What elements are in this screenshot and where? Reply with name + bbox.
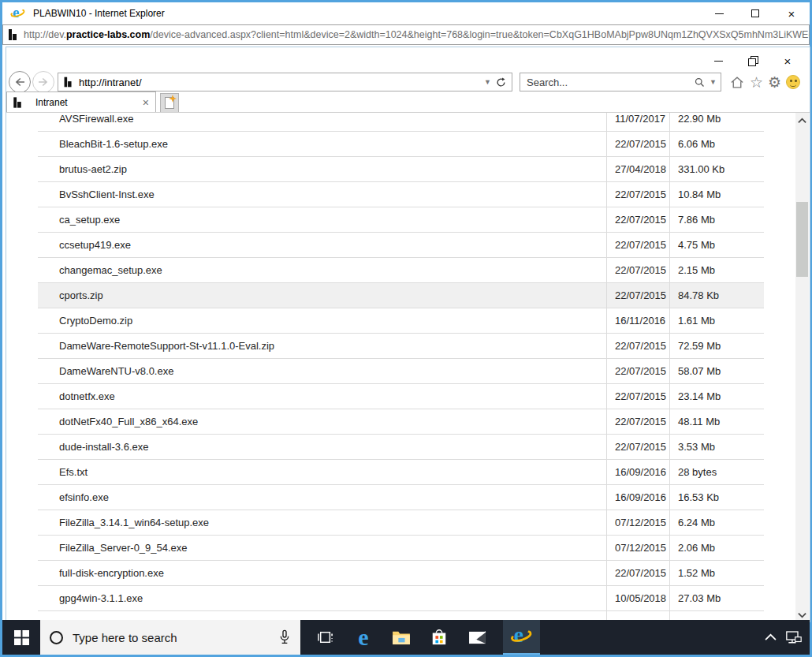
file-name-link[interactable]: CryptoDemo.zip (38, 308, 606, 333)
table-row[interactable]: ccsetup419.exe22/07/20154.75 Mb (38, 233, 764, 258)
file-name-link[interactable]: Efs.txt (38, 460, 606, 484)
tab-close-icon[interactable]: × (143, 97, 149, 108)
search-icon[interactable] (694, 77, 706, 88)
table-row[interactable]: brutus-aet2.zip27/04/2018331.00 Kb (38, 157, 764, 182)
start-button[interactable] (2, 620, 40, 655)
microphone-icon[interactable] (278, 629, 291, 645)
table-row[interactable]: dude-install-3.6.exe22/07/20153.53 Mb (38, 435, 764, 460)
file-name-link[interactable]: cports.zip (38, 283, 606, 308)
scroll-up-button[interactable] (795, 114, 809, 127)
file-name-link[interactable]: DameWare-RemoteSupport-St-v11.1.0-Eval.z… (38, 334, 606, 358)
scrollbar-thumb[interactable] (796, 202, 808, 277)
table-row[interactable]: cports.zip22/07/201584.78 Kb (38, 283, 764, 308)
file-date: 22/07/2015 (606, 435, 669, 459)
search-placeholder: Search... (527, 77, 694, 88)
file-name-link[interactable]: efsinfo.exe (38, 485, 606, 510)
file-date: 22/07/2015 (606, 258, 669, 282)
new-tab-icon (165, 97, 174, 109)
internet-explorer-taskbar-button[interactable]: e (503, 620, 540, 655)
tab-label: Intranet (35, 97, 143, 108)
new-tab-button[interactable] (160, 93, 179, 112)
table-row[interactable]: DameWareNTU-v8.0.exe22/07/201558.07 Mb (38, 359, 764, 384)
refresh-icon[interactable] (495, 77, 507, 88)
file-name-link[interactable]: AVSFirewall.exe (38, 113, 606, 131)
file-size: 1.52 Mb (669, 561, 764, 585)
file-name-link[interactable]: dotNetFx40_Full_x86_x64.exe (38, 409, 606, 434)
minimize-button[interactable] (701, 2, 737, 24)
table-row[interactable]: BleachBit-1.6-setup.exe22/07/20156.06 Mb (38, 132, 764, 157)
file-name-link[interactable]: brutus-aet2.zip (38, 157, 606, 181)
file-name-link[interactable]: ca_setup.exe (38, 207, 606, 232)
tab-intranet[interactable]: Intranet × (6, 91, 156, 112)
file-name-link[interactable]: DameWareNTU-v8.0.exe (38, 359, 606, 383)
file-name-link[interactable]: dude-install-3.6.exe (38, 435, 606, 459)
inner-restore-button[interactable] (736, 50, 770, 71)
store-button[interactable] (420, 620, 458, 655)
table-row[interactable]: FileZilla_3.14.1_win64-setup.exe07/12/20… (38, 510, 764, 536)
file-name-link[interactable]: BvSshClient-Inst.exe (38, 182, 606, 207)
table-row[interactable]: changemac_setup.exe22/07/20152.15 Mb (38, 258, 764, 283)
table-row[interactable]: FileZilla_Server-0_9_54.exe07/12/20152.0… (38, 536, 764, 561)
file-size: 2.06 Mb (669, 536, 764, 560)
file-size: 72.59 Mb (669, 334, 764, 358)
table-row[interactable]: dotNetFx40_Full_x86_x64.exe22/07/201548.… (38, 409, 764, 435)
forward-button[interactable] (32, 71, 54, 93)
navigation-bar: http://intranet/ ▼ Search... ▼ ☆ ⚙ (6, 71, 810, 93)
tab-bar: Intranet × (6, 92, 810, 113)
table-row[interactable]: Efs.txt16/09/201628 bytes (38, 460, 764, 485)
inner-minimize-button[interactable] (701, 50, 736, 71)
favorites-star-icon[interactable]: ☆ (750, 75, 763, 90)
task-view-button[interactable] (307, 620, 345, 655)
home-icon[interactable] (729, 75, 745, 90)
url-domain: practice-labs.com (66, 29, 150, 40)
file-name-link[interactable]: BleachBit-1.6-setup.exe (38, 132, 606, 156)
settings-gear-icon[interactable]: ⚙ (768, 75, 781, 90)
file-name-link[interactable]: FileZilla_3.14.1_win64-setup.exe (38, 510, 606, 535)
taskbar: Type here to search e (2, 620, 810, 655)
file-date: 16/09/2016 (606, 460, 669, 484)
address-url: http://intranet/ (79, 77, 480, 88)
file-date: 22/07/2015 (606, 384, 669, 409)
table-row[interactable]: efsinfo.exe16/09/201616.53 Kb (38, 485, 764, 510)
file-name-link[interactable]: changemac_setup.exe (38, 258, 606, 282)
vertical-scrollbar[interactable] (795, 113, 809, 622)
file-name-link[interactable]: FileZilla_Server-0_9_54.exe (38, 536, 606, 560)
table-row[interactable]: full-disk-encryption.exe22/07/20151.52 M… (38, 561, 764, 586)
mail-icon (468, 630, 486, 645)
edge-taskbar-button[interactable]: e (345, 620, 382, 655)
file-date: 22/07/2015 (606, 233, 669, 257)
mail-button[interactable] (458, 620, 496, 655)
inner-close-button[interactable]: × (770, 50, 805, 71)
table-row[interactable]: ca_setup.exe22/07/20157.86 Mb (38, 207, 764, 233)
table-row[interactable]: AVSFirewall.exe11/07/201722.90 Mb (38, 113, 764, 132)
taskbar-search-box[interactable]: Type here to search (40, 620, 300, 655)
table-row[interactable]: BvSshClient-Inst.exe22/07/201510.84 Mb (38, 182, 764, 207)
search-field[interactable]: Search... ▼ (520, 73, 721, 91)
file-date: 22/07/2015 (606, 283, 669, 308)
address-dropdown-icon[interactable]: ▼ (484, 78, 491, 86)
close-button[interactable]: × (773, 2, 810, 24)
table-row[interactable]: DameWare-RemoteSupport-St-v11.1.0-Eval.z… (38, 334, 764, 359)
tray-chevron-up-icon[interactable] (765, 633, 777, 641)
file-name-link[interactable]: full-disk-encryption.exe (38, 561, 606, 585)
search-dropdown-icon[interactable]: ▼ (710, 78, 717, 86)
file-date: 10/05/2018 (606, 586, 669, 610)
close-icon: × (784, 55, 792, 67)
table-row[interactable]: dotnetfx.exe22/07/201523.14 Mb (38, 384, 764, 409)
file-explorer-button[interactable] (382, 620, 420, 655)
file-size: 16.53 Kb (669, 485, 764, 510)
network-tray-icon[interactable] (786, 631, 802, 644)
file-name-link[interactable]: dotnetfx.exe (38, 384, 606, 409)
file-name-link[interactable]: ccsetup419.exe (38, 233, 606, 257)
site-favicon-icon (9, 29, 17, 40)
file-name-link[interactable]: gpg4win-3.1.1.exe (38, 586, 606, 610)
minimize-icon (715, 13, 724, 14)
maximize-button[interactable] (737, 2, 773, 24)
outer-address-bar[interactable]: http://dev.practice-labs.com/device-adva… (2, 24, 810, 45)
back-button[interactable] (9, 71, 31, 93)
feedback-smiley-icon[interactable] (786, 75, 800, 89)
url-scheme: http://dev. (24, 29, 66, 40)
table-row[interactable]: CryptoDemo.zip16/11/20161.61 Mb (38, 308, 764, 334)
table-row[interactable]: gpg4win-3.1.1.exe10/05/201827.03 Mb (38, 586, 764, 611)
address-field[interactable]: http://intranet/ ▼ (58, 73, 512, 91)
